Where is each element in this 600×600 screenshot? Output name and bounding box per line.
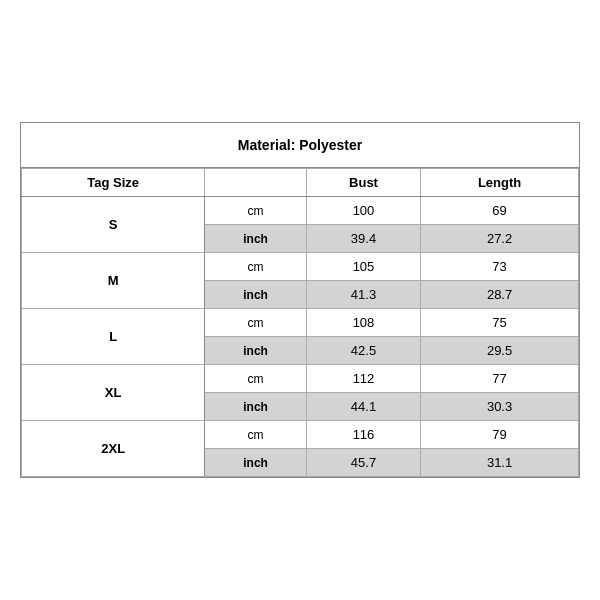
length-inch: 28.7 [421, 281, 579, 309]
bust-inch: 45.7 [306, 449, 420, 477]
bust-inch: 42.5 [306, 337, 420, 365]
unit-inch: inch [205, 393, 307, 421]
header-tag-size: Tag Size [22, 169, 205, 197]
tag-size-cell: 2XL [22, 421, 205, 477]
bust-inch: 41.3 [306, 281, 420, 309]
bust-inch: 39.4 [306, 225, 420, 253]
unit-inch: inch [205, 281, 307, 309]
length-inch: 27.2 [421, 225, 579, 253]
bust-cm: 112 [306, 365, 420, 393]
tag-size-cell: M [22, 253, 205, 309]
bust-cm: 105 [306, 253, 420, 281]
bust-cm: 100 [306, 197, 420, 225]
tag-size-cell: S [22, 197, 205, 253]
length-inch: 30.3 [421, 393, 579, 421]
bust-cm: 108 [306, 309, 420, 337]
length-cm: 79 [421, 421, 579, 449]
size-table: Tag Size Bust Length Scm10069inch39.427.… [21, 168, 579, 477]
unit-cm: cm [205, 253, 307, 281]
bust-inch: 44.1 [306, 393, 420, 421]
unit-inch: inch [205, 225, 307, 253]
unit-cm: cm [205, 309, 307, 337]
length-inch: 29.5 [421, 337, 579, 365]
length-inch: 31.1 [421, 449, 579, 477]
length-cm: 77 [421, 365, 579, 393]
unit-cm: cm [205, 365, 307, 393]
unit-inch: inch [205, 337, 307, 365]
length-cm: 73 [421, 253, 579, 281]
header-length: Length [421, 169, 579, 197]
header-bust: Bust [306, 169, 420, 197]
header-empty [205, 169, 307, 197]
tag-size-cell: L [22, 309, 205, 365]
chart-title: Material: Polyester [21, 123, 579, 168]
unit-cm: cm [205, 421, 307, 449]
tag-size-cell: XL [22, 365, 205, 421]
size-chart-container: Material: Polyester Tag Size Bust Length… [20, 122, 580, 478]
bust-cm: 116 [306, 421, 420, 449]
length-cm: 75 [421, 309, 579, 337]
unit-inch: inch [205, 449, 307, 477]
unit-cm: cm [205, 197, 307, 225]
length-cm: 69 [421, 197, 579, 225]
